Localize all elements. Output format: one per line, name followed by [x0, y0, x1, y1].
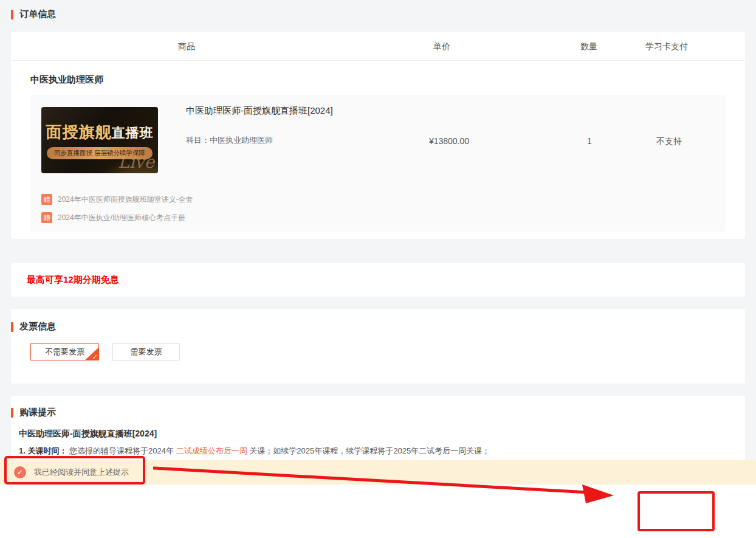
product-card-pay-support: 不支持 — [656, 136, 682, 147]
order-section-title: 订单信息 — [11, 9, 56, 20]
section-accent-bar — [11, 10, 13, 19]
gift-item: 赠 2024年中医执业/助理医师核心考点手册 — [41, 212, 185, 224]
gift-badge-icon: 赠 — [41, 212, 52, 223]
product-row: 面授旗舰直播班 同步直播面授 层层锁分续学保障 Live 中医助理医师-面授旗舰… — [30, 95, 726, 232]
invoice-section-title-text: 发票信息 — [19, 321, 56, 333]
invoice-section-title: 发票信息 — [11, 321, 56, 333]
product-subject: 科目：中医执业助理医师 — [186, 135, 273, 146]
column-header-product: 商品 — [178, 41, 195, 52]
section-accent-bar — [11, 322, 13, 332]
installment-card: 最高可享12期分期免息 — [11, 263, 745, 297]
course-cover-image[interactable]: 面授旗舰直播班 同步直播面授 层层锁分续学保障 Live — [41, 107, 158, 173]
column-header-unit-price: 单价 — [433, 41, 450, 52]
cover-title: 面授旗舰直播班 — [46, 122, 154, 143]
tips-text-before: 您选报的辅导课程将于2024年 — [69, 446, 174, 455]
check-icon: ✓ — [92, 353, 98, 361]
tips-section-title: 购课提示 — [11, 407, 56, 418]
invoice-option-label: 不需要发票 — [45, 347, 84, 357]
tips-close-time-label: 1. 关课时间： — [19, 446, 67, 455]
order-card: 商品 单价 数量 学习卡支付 中医执业助理医师 面授旗舰直播班 同步直播面授 层… — [11, 32, 745, 239]
invoice-option-no-invoice[interactable]: 不需要发票 ✓ — [30, 343, 99, 360]
tips-text-after: 关课；如续学2025年课程，续学课程将于2025年二试考后一周关课； — [249, 446, 490, 455]
tips-highlight-link[interactable]: 二试成绩公布后一周 — [176, 446, 247, 455]
invoice-option-need-invoice[interactable]: 需要发票 — [112, 343, 180, 360]
agree-bar: ✓ 我已经阅读并同意上述提示 — [0, 460, 756, 485]
column-header-card-pay: 学习卡支付 — [645, 41, 688, 52]
gift-text: 2024年中医医师面授旗舰班随堂讲义-全套 — [58, 195, 193, 205]
column-header-quantity: 数量 — [580, 41, 597, 52]
tips-close-time-line: 1. 关课时间： 您选报的辅导课程将于2024年 二试成绩公布后一周 关课；如续… — [19, 446, 490, 457]
gift-badge-icon: 赠 — [41, 194, 52, 205]
gift-text: 2024年中医执业/助理医师核心考点手册 — [58, 213, 185, 223]
cover-live-watermark: Live — [118, 152, 154, 172]
tips-course-title: 中医助理医师-面授旗舰直播班[2024] — [19, 429, 157, 440]
invoice-option-label: 需要发票 — [131, 347, 162, 357]
product-group-title: 中医执业助理医师 — [30, 74, 103, 86]
installment-promo-text: 最高可享12期分期免息 — [27, 274, 119, 286]
tips-section-title-text: 购课提示 — [19, 407, 56, 418]
product-title: 中医助理医师-面授旗舰直播班[2024] — [186, 105, 333, 117]
product-quantity: 1 — [587, 136, 592, 146]
invoice-card: 发票信息 不需要发票 ✓ 需要发票 — [11, 309, 745, 384]
order-section-title-text: 订单信息 — [19, 9, 56, 20]
checkout-footer: 商品总价：¥13,800.00 邮费：¥0.00 实付金额： ¥13,800.0… — [0, 485, 756, 538]
agree-checkbox[interactable]: ✓ — [14, 466, 26, 478]
checkout-page: 订单信息 商品 单价 数量 学习卡支付 中医执业助理医师 面授旗舰直播班 同步直… — [0, 0, 756, 538]
product-unit-price: ¥13800.00 — [429, 136, 469, 146]
order-table-header: 商品 单价 数量 学习卡支付 — [11, 32, 745, 61]
agree-label: 我已经阅读并同意上述提示 — [34, 467, 129, 478]
purchase-tips-card: 购课提示 中医助理医师-面授旗舰直播班[2024] 1. 关课时间： 您选报的辅… — [11, 396, 745, 460]
gift-item: 赠 2024年中医医师面授旗舰班随堂讲义-全套 — [41, 193, 193, 205]
section-accent-bar — [11, 408, 13, 418]
